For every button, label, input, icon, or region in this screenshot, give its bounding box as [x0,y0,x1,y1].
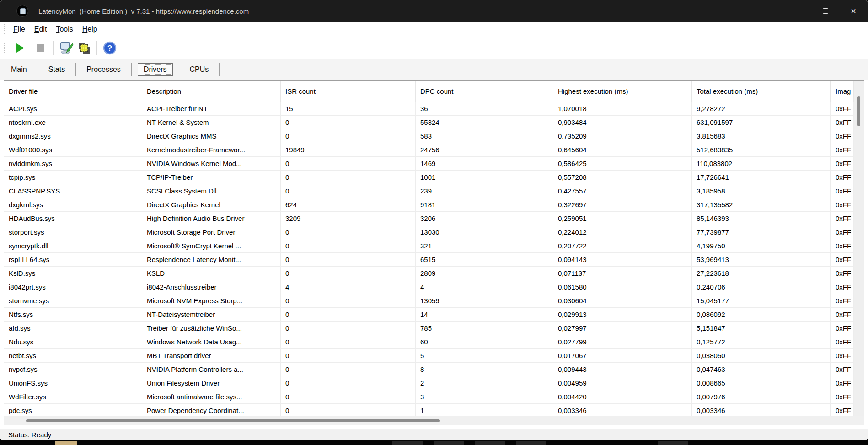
cell-total-execution: 0,086092 [692,308,831,322]
table-row[interactable]: Ntfs.sysNT-Dateisystemtreiber0140,029913… [4,308,854,322]
options-button[interactable] [58,39,75,57]
cell-description: Microsoft NVM Express Storp... [142,294,281,308]
table-row[interactable]: HDAudBus.sysHigh Definition Audio Bus Dr… [4,212,854,225]
vertical-scrollbar-thumb[interactable] [857,96,860,126]
table-row[interactable]: dxgmms2.sysDirectX Graphics MMS05830,735… [4,129,854,143]
table-row[interactable]: symcryptk.dllMicrosoft® SymCrypt Kernel … [4,239,854,253]
help-button[interactable]: ? [101,39,118,57]
column-header-dpc-count[interactable]: DPC count [416,81,553,102]
cell-driver-file: symcryptk.dll [4,239,142,253]
report-button[interactable] [75,39,92,57]
cell-highest-execution: 0,586425 [553,157,692,171]
table-row[interactable]: ACPI.sysACPI-Treiber für NT15361,0700189… [4,102,854,116]
cell-dpc-count: 24756 [416,143,553,157]
tab-cpus[interactable]: CPUs [185,64,214,75]
table-row[interactable]: netbt.sysMBT Transport driver050,0170670… [4,349,854,363]
column-header-highest-execution[interactable]: Highest execution (ms) [553,81,692,102]
table-row[interactable]: i8042prt.sysi8042-Anschlusstreiber440,06… [4,280,854,294]
cell-description: NVIDIA Platform Controllers a... [142,363,281,376]
tab-drivers[interactable]: Drivers [138,63,173,76]
cell-description: NVIDIA Windows Kernel Mod... [142,157,281,171]
cell-description: NT Kernel & System [142,116,281,129]
status-bar: Status: Ready [0,429,868,440]
table-row[interactable]: storport.sysMicrosoft Storage Port Drive… [4,225,854,239]
cell-driver-file: KslD.sys [4,267,142,280]
table-row[interactable]: dxgkrnl.sysDirectX Graphics Kernel624918… [4,198,854,212]
cell-isr-count: 0 [281,171,416,184]
cell-description: Power Dependency Coordinat... [142,404,281,416]
tab-stats[interactable]: Stats [44,64,70,75]
table-row[interactable]: UnionFS.sysUnion Filesystem Driver020,00… [4,376,854,390]
cell-highest-execution: 0,557208 [553,171,692,184]
latencymon-window: LatencyMon (Home Edition ) v 7.31 - http… [0,0,868,440]
cell-driver-file: i8042prt.sys [4,280,142,294]
cell-total-execution: 17,726641 [692,171,831,184]
tab-main[interactable]: Main [6,64,32,75]
table-row[interactable]: rspLLL64.sysResplendence Latency Monit..… [4,253,854,267]
cell-image: 0xFF [831,294,854,308]
cell-isr-count: 0 [281,294,416,308]
tab-processes[interactable]: Processes [82,64,125,75]
menu-item-help[interactable]: Help [78,25,102,33]
window-title: LatencyMon (Home Edition ) v 7.31 - http… [38,7,249,15]
table-row[interactable]: afd.sysTreiber für zusätzliche WinSo...0… [4,322,854,335]
cell-isr-count: 19849 [281,143,416,157]
window-controls: × [786,0,868,22]
table-row[interactable]: stornvme.sysMicrosoft NVM Express Storp.… [4,294,854,308]
table-row[interactable]: WdFilter.sysMicrosoft antimalware file s… [4,390,854,404]
cell-isr-count: 0 [281,129,416,143]
cell-dpc-count: 6515 [416,253,553,267]
column-header-image[interactable]: Imag [831,81,854,102]
cell-total-execution: 4,199750 [692,239,831,253]
cell-total-execution: 0,047463 [692,363,831,376]
table-row[interactable]: KslD.sysKSLD028090,07113727,2236180xFF [4,267,854,280]
table-row[interactable]: ntoskrnl.exeNT Kernel & System0553240,90… [4,116,854,129]
table-row[interactable]: tcpip.sysTCP/IP-Treiber010010,55720817,7… [4,171,854,184]
column-header-isr-count[interactable]: ISR count [281,81,416,102]
table-row[interactable]: nvpcf.sysNVIDIA Platform Controllers a..… [4,363,854,376]
stop-button[interactable] [32,39,49,57]
table-row[interactable]: nvlddmkm.sysNVIDIA Windows Kernel Mod...… [4,157,854,171]
cell-image: 0xFF [831,171,854,184]
maximize-button[interactable] [812,0,839,22]
cell-description: TCP/IP-Treiber [142,171,281,184]
cell-dpc-count: 1001 [416,171,553,184]
toolbar: ? [0,37,868,59]
cell-highest-execution: 0,224012 [553,225,692,239]
cell-isr-count: 0 [281,335,416,349]
table-row[interactable]: CLASSPNP.SYSSCSI Class System Dll02390,4… [4,184,854,198]
menu-item-file[interactable]: File [9,25,30,33]
horizontal-scrollbar-thumb[interactable] [26,419,440,422]
cell-isr-count: 0 [281,404,416,416]
cell-driver-file: dxgkrnl.sys [4,198,142,212]
tab-separator [75,63,76,76]
close-button[interactable]: × [839,0,868,22]
cell-isr-count: 0 [281,267,416,280]
cell-description: Union Filesystem Driver [142,376,281,390]
tab-separator [38,63,38,76]
cell-isr-count: 15 [281,102,416,116]
cell-total-execution: 3,815683 [692,129,831,143]
cell-highest-execution: 0,259051 [553,212,692,225]
minimize-button[interactable] [786,0,812,22]
cell-total-execution: 0,125772 [692,335,831,349]
cell-dpc-count: 36 [416,102,553,116]
table-row[interactable]: Wdf01000.sysKernelmodustreiber-Framewor.… [4,143,854,157]
menu-gripper-icon [4,24,5,34]
cell-driver-file: Ntfs.sys [4,308,142,322]
column-header-description[interactable]: Description [142,81,281,102]
vertical-scrollbar[interactable] [854,81,864,416]
cell-isr-count: 4 [281,280,416,294]
cell-description: Windows Network Data Usag... [142,335,281,349]
menu-item-tools[interactable]: Tools [51,25,77,33]
menu-item-edit[interactable]: Edit [30,25,52,33]
cell-highest-execution: 0,029913 [553,308,692,322]
column-header-driver-file[interactable]: Driver file [4,81,142,102]
horizontal-scrollbar[interactable] [4,416,864,425]
cell-driver-file: netbt.sys [4,349,142,363]
start-button[interactable] [11,39,29,57]
table-row[interactable]: Ndu.sysWindows Network Data Usag...0600,… [4,335,854,349]
cell-driver-file: ntoskrnl.exe [4,116,142,129]
column-header-total-execution[interactable]: Total execution (ms) [692,81,831,102]
table-row[interactable]: pdc.sysPower Dependency Coordinat...010,… [4,404,854,416]
